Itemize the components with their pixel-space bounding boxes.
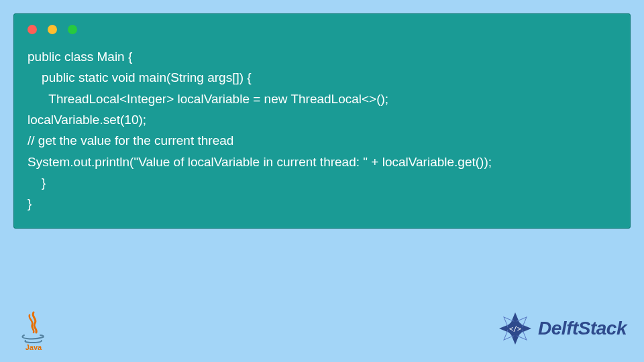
delftstack-logo: </> DelftStack — [496, 310, 627, 347]
minimize-icon — [48, 25, 57, 34]
svg-text:</>: </> — [509, 325, 521, 333]
java-logo-icon: Java — [17, 310, 50, 351]
code-block: public class Main { public static void m… — [14, 41, 630, 228]
window-titlebar — [14, 14, 630, 41]
maximize-icon — [68, 25, 77, 34]
delftstack-star-icon: </> — [496, 310, 534, 347]
close-icon — [28, 25, 37, 34]
code-window: public class Main { public static void m… — [13, 13, 631, 229]
delftstack-logo-text: DelftStack — [538, 318, 627, 339]
java-logo-text: Java — [25, 343, 42, 351]
